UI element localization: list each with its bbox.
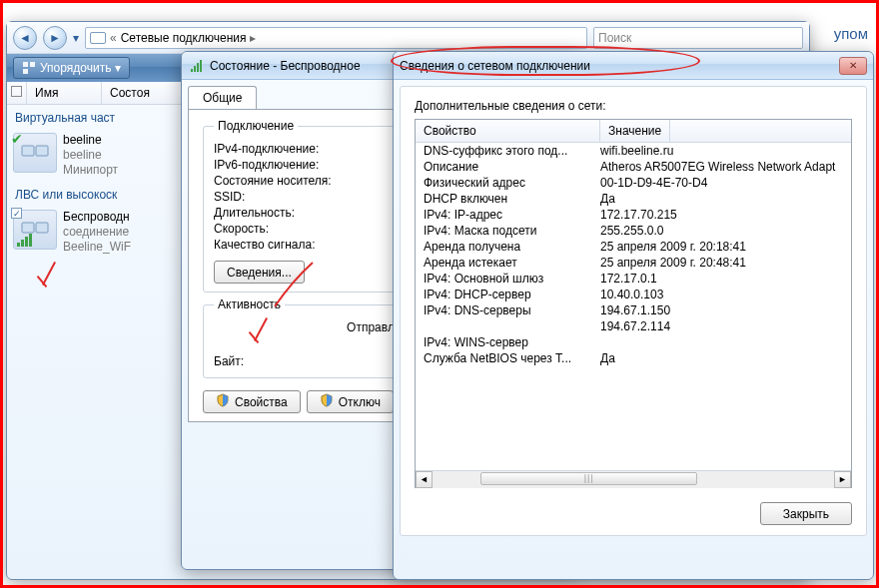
address-bar[interactable]: « Сетевые подключения ▸ bbox=[85, 27, 587, 49]
organize-label: Упорядочить bbox=[40, 61, 111, 75]
signal-icon bbox=[188, 58, 204, 74]
search-placeholder: Поиск bbox=[598, 31, 631, 45]
lbl-ipv6: IPv6-подключение: bbox=[214, 158, 319, 172]
details-titlebar[interactable]: Сведения о сетевом подключении ✕ bbox=[394, 52, 873, 80]
property-value: 194.67.2.114 bbox=[600, 319, 670, 333]
breadcrumb-chevron-icon[interactable]: ▸ bbox=[250, 31, 256, 45]
property-row[interactable]: IPv4: Маска подсети255.255.0.0 bbox=[424, 223, 843, 239]
column-name[interactable]: Имя bbox=[27, 82, 102, 104]
lbl-ssid: SSID: bbox=[214, 190, 245, 204]
property-rows: DNS-суффикс этого под...wifi.beeline.ruО… bbox=[416, 143, 851, 470]
bytes-label: Байт: bbox=[214, 354, 244, 368]
lbl-duration: Длительность: bbox=[214, 206, 295, 220]
details-body: Дополнительные сведения о сети: Свойство… bbox=[400, 86, 867, 536]
organize-icon bbox=[22, 61, 36, 75]
property-key: IPv4: WINS-сервер bbox=[424, 335, 600, 349]
lbl-media: Состояние носителя: bbox=[214, 174, 332, 188]
svg-rect-1 bbox=[30, 62, 35, 67]
property-key: Служба NetBIOS через T... bbox=[424, 351, 600, 365]
property-row[interactable]: Служба NetBIOS через T...Да bbox=[424, 350, 843, 366]
property-row[interactable]: Аренда получена25 апреля 2009 г. 20:18:4… bbox=[424, 239, 843, 255]
horizontal-scrollbar[interactable]: ◄ ||| ► bbox=[416, 470, 851, 487]
properties-button[interactable]: Свойства bbox=[203, 390, 301, 413]
organize-button[interactable]: Упорядочить ▾ bbox=[13, 57, 130, 79]
col-property[interactable]: Свойство bbox=[416, 120, 600, 142]
dropdown-icon[interactable]: ▾ bbox=[73, 31, 79, 45]
property-key: IPv4: IP-адрес bbox=[424, 208, 600, 222]
shield-icon bbox=[320, 393, 334, 410]
checkbox-column[interactable] bbox=[7, 82, 27, 104]
scroll-track[interactable]: ||| bbox=[433, 471, 834, 488]
property-row[interactable]: IPv4: DNS-серверы194.67.1.150 bbox=[424, 302, 843, 318]
property-row[interactable]: DHCP включенДа bbox=[424, 191, 843, 207]
property-row[interactable]: IPv4: DHCP-сервер10.40.0.103 bbox=[424, 287, 843, 302]
status-title: Состояние - Беспроводное bbox=[210, 59, 361, 73]
property-row[interactable]: DNS-суффикс этого под...wifi.beeline.ru bbox=[424, 143, 843, 159]
property-row[interactable]: Физический адрес00-1D-D9-4E-70-D4 bbox=[424, 175, 843, 191]
details-button-label: Сведения... bbox=[227, 266, 292, 280]
property-row[interactable]: IPv4: IP-адрес172.17.70.215 bbox=[424, 207, 843, 223]
connection-icon: ✓ bbox=[13, 210, 57, 250]
property-value: 172.17.0.1 bbox=[600, 272, 657, 286]
property-value: 00-1D-D9-4E-70-D4 bbox=[600, 176, 707, 190]
property-key: Аренда получена bbox=[424, 240, 600, 254]
property-value: 25 апреля 2009 г. 20:18:41 bbox=[600, 240, 746, 254]
property-value: Atheros AR5007EG Wireless Network Adapt bbox=[600, 160, 835, 174]
close-dialog-label: Закрыть bbox=[783, 507, 829, 521]
group-activity-legend: Активность bbox=[214, 297, 285, 311]
scroll-right-button[interactable]: ► bbox=[834, 471, 851, 488]
property-value: 255.255.0.0 bbox=[600, 224, 663, 238]
details-title: Сведения о сетевом подключении bbox=[400, 59, 590, 73]
property-row[interactable]: IPv4: Основной шлюз172.17.0.1 bbox=[424, 271, 843, 287]
svg-rect-3 bbox=[22, 146, 34, 156]
property-value: wifi.beeline.ru bbox=[600, 144, 673, 158]
details-button[interactable]: Сведения... bbox=[214, 261, 305, 284]
lbl-ipv4: IPv4-подключение: bbox=[214, 142, 319, 156]
search-input[interactable]: Поиск bbox=[593, 27, 803, 49]
connection-title: Беспроводн bbox=[63, 210, 131, 225]
connection-sub1: beeline bbox=[63, 148, 118, 163]
address-text: Сетевые подключения bbox=[121, 31, 247, 45]
connection-sub1: соединение bbox=[63, 225, 131, 240]
check-icon: ✓ bbox=[11, 208, 22, 219]
breadcrumb-sep: « bbox=[110, 31, 117, 45]
details-subtitle: Дополнительные сведения о сети: bbox=[415, 99, 852, 113]
details-window: Сведения о сетевом подключении ✕ Дополни… bbox=[393, 51, 874, 580]
property-row[interactable]: ОписаниеAtheros AR5007EG Wireless Networ… bbox=[424, 159, 843, 175]
property-row[interactable]: 194.67.2.114 bbox=[424, 318, 843, 334]
svg-rect-2 bbox=[23, 69, 28, 74]
back-button[interactable]: ◄ bbox=[13, 26, 37, 50]
connection-sub2: Минипорт bbox=[63, 163, 118, 178]
scroll-left-button[interactable]: ◄ bbox=[416, 471, 433, 488]
group-connection-legend: Подключение bbox=[214, 119, 298, 133]
svg-rect-5 bbox=[22, 223, 34, 233]
tab-general[interactable]: Общие bbox=[188, 86, 257, 109]
property-value: 172.17.70.215 bbox=[600, 208, 677, 222]
disable-label: Отключ bbox=[339, 395, 381, 409]
property-header: Свойство Значение bbox=[416, 120, 851, 143]
svg-rect-0 bbox=[23, 62, 28, 67]
background-text: упом bbox=[834, 25, 868, 42]
connection-title: beeline bbox=[63, 133, 118, 148]
property-grid: Свойство Значение DNS-суффикс этого под.… bbox=[415, 119, 852, 488]
property-key: IPv4: DNS-серверы bbox=[424, 303, 600, 317]
close-button[interactable]: ✕ bbox=[839, 57, 867, 75]
property-key: DHCP включен bbox=[424, 192, 600, 206]
shield-icon bbox=[216, 393, 230, 410]
property-key: IPv4: Основной шлюз bbox=[424, 272, 600, 286]
property-row[interactable]: Аренда истекает25 апреля 2009 г. 20:48:4… bbox=[424, 255, 843, 271]
svg-rect-6 bbox=[36, 223, 48, 233]
property-key: Описание bbox=[424, 160, 600, 174]
property-value: 25 апреля 2009 г. 20:48:41 bbox=[600, 256, 746, 270]
forward-button[interactable]: ► bbox=[43, 26, 67, 50]
property-row[interactable]: IPv4: WINS-сервер bbox=[424, 334, 843, 350]
property-key bbox=[424, 319, 600, 333]
close-dialog-button[interactable]: Закрыть bbox=[760, 502, 852, 525]
disable-button[interactable]: Отключ bbox=[307, 390, 394, 413]
property-value: 194.67.1.150 bbox=[600, 303, 670, 317]
col-value[interactable]: Значение bbox=[600, 120, 670, 142]
property-key: Физический адрес bbox=[424, 176, 600, 190]
property-key: Аренда истекает bbox=[424, 256, 600, 270]
scroll-thumb[interactable]: ||| bbox=[480, 472, 697, 485]
folder-icon bbox=[90, 32, 106, 44]
